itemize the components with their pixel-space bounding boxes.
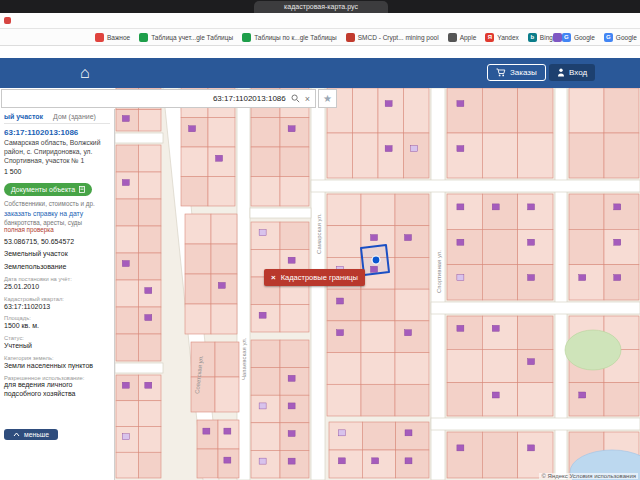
bookmark-label: Таблица учет...gle Таблицы [151, 34, 233, 41]
field-label: Кадастровый квартал: [4, 296, 110, 303]
street [311, 180, 640, 192]
object-field: Кадастровый квартал:63:17:1102013 [4, 296, 110, 312]
object-value: 1 500 [4, 168, 110, 175]
document-icon [79, 186, 85, 193]
close-icon[interactable]: × [271, 273, 276, 282]
bookmark-label: SMCD - Crypt... mining pool [358, 34, 439, 41]
object-address: Самарская область, Волжский район, с. Сп… [4, 139, 110, 165]
field-value: Учтеный [4, 342, 110, 351]
street [431, 302, 640, 314]
check-line-1: банкротства, аресты, суды [4, 219, 110, 226]
clear-search-icon[interactable]: × [305, 94, 310, 104]
object-coordinates: 53.086715, 50.654572 [4, 238, 110, 245]
parcel-block[interactable] [329, 422, 429, 478]
map-container[interactable]: Советская ул.Чапаевская ул.Самарская ул.… [115, 88, 640, 480]
field-label: Разрешенное использование: [4, 375, 110, 382]
extension-icon[interactable] [553, 33, 562, 42]
login-label: Вход [569, 68, 587, 77]
parcel-block[interactable] [116, 145, 161, 361]
bookmark-item[interactable]: Таблицы по к...gle Таблицы [242, 33, 337, 42]
cadastral-borders-button[interactable]: × Кадастровые границы [264, 269, 365, 286]
parcel-block[interactable] [185, 214, 237, 334]
parcel-block[interactable] [447, 88, 553, 178]
bookmark-item[interactable]: GGoogle [562, 33, 595, 42]
object-documents-button[interactable]: Документы объекта [4, 183, 92, 196]
bookmark-favicon-icon [346, 33, 355, 42]
parcel-block[interactable] [569, 194, 639, 300]
home-icon[interactable]: ⌂ [80, 62, 90, 84]
field-value: Земельный участок [4, 250, 110, 259]
search-bar: × [1, 89, 316, 108]
search-icon[interactable] [291, 94, 300, 103]
bookmark-item[interactable]: Таблица учет...gle Таблицы [139, 33, 233, 42]
bookmarks-bar: ВажноеТаблица учет...gle ТаблицыТаблицы … [0, 29, 640, 46]
cadastral-number-link[interactable]: 63:17:1102013:1086 [4, 128, 110, 137]
screen: кадастровая-карта.рус ВажноеТаблица учет… [0, 0, 640, 480]
field-label: Площадь: [4, 315, 110, 322]
object-field: Площадь:1500 кв. м. [4, 315, 110, 331]
bookmark-item[interactable]: bBing [528, 33, 553, 42]
parcel-block[interactable] [447, 194, 553, 300]
orders-button[interactable]: Заказы [487, 64, 546, 81]
collapse-button-label: меньше [24, 431, 49, 438]
recording-indicator-icon [4, 17, 11, 24]
documents-note: Собственники, стоимость и др. [4, 200, 110, 207]
person-icon [557, 68, 565, 77]
bookmark-label: Bing [540, 34, 553, 41]
browser-tab-bar: кадастровая-карта.рус [0, 0, 640, 13]
street [115, 363, 163, 373]
search-input[interactable] [7, 94, 286, 103]
street [115, 133, 163, 143]
parcel-block[interactable] [447, 316, 553, 416]
bookmark-favicon-icon: G [604, 33, 613, 42]
field-value: 63:17:1102013 [4, 303, 110, 312]
orders-label: Заказы [510, 68, 537, 77]
object-tabs: ый участок Дом (здание) [4, 113, 110, 124]
bookmark-item[interactable]: SMCD - Crypt... mining pool [346, 33, 439, 42]
collapse-button[interactable]: меньше [4, 429, 58, 440]
bookmark-favicon-icon [242, 33, 251, 42]
bookmark-item[interactable]: Важное [95, 33, 130, 42]
field-label: Статус: [4, 335, 110, 342]
object-fields: Земельный участокЗемлепользованиеДата по… [4, 250, 110, 398]
bookmark-item[interactable]: Apple [448, 33, 477, 42]
tab-parcel[interactable]: ый участок [4, 113, 43, 120]
map-svg[interactable]: Советская ул.Чапаевская ул.Самарская ул.… [115, 88, 640, 480]
field-label: Дата постановки на учёт: [4, 276, 110, 283]
tab-house[interactable]: Дом (здание) [53, 113, 96, 120]
login-button[interactable]: Вход [549, 64, 595, 81]
bookmark-favicon-icon: Я [485, 33, 494, 42]
parcel-block[interactable] [116, 375, 161, 478]
bookmark-favicon-icon [95, 33, 104, 42]
check-line-2: полная проверка [4, 226, 110, 233]
street-label: Самарская ул. [316, 213, 322, 254]
parcel-block[interactable] [327, 194, 429, 416]
documents-button-label: Документы объекта [11, 186, 75, 193]
bookmark-item[interactable]: GGoogle [604, 33, 637, 42]
street [431, 418, 640, 430]
parcel-block[interactable] [327, 88, 429, 178]
bookmark-favicon-icon: G [562, 33, 571, 42]
bookmark-label: Google [616, 34, 637, 41]
bookmark-label: Важное [107, 34, 130, 41]
order-report-link[interactable]: заказать справку на дату [4, 210, 110, 217]
parcel-block[interactable] [447, 432, 553, 478]
favorite-star-icon[interactable]: ★ [318, 89, 337, 108]
map-attribution[interactable]: © Яндекс Условия использования [539, 473, 638, 479]
object-field: Статус:Учтеный [4, 335, 110, 351]
bookmark-item[interactable]: ЯYandex [485, 33, 519, 42]
chevron-up-icon [13, 432, 20, 437]
street [250, 208, 311, 218]
bookmark-favicon-icon [139, 33, 148, 42]
object-field: Земельный участок [4, 250, 110, 259]
parcel-block[interactable] [251, 340, 309, 478]
selected-parcel-marker [372, 256, 380, 264]
browser-tab[interactable]: кадастровая-карта.рус [254, 1, 388, 13]
parcel-block[interactable] [569, 88, 639, 178]
browser-toolbar [0, 13, 640, 29]
field-value: Земли населенных пунктов [4, 362, 110, 371]
object-field: Землепользование [4, 263, 110, 272]
field-value: 1500 кв. м. [4, 322, 110, 331]
field-label: Категория земель: [4, 355, 110, 362]
parcel-block[interactable] [197, 420, 239, 478]
